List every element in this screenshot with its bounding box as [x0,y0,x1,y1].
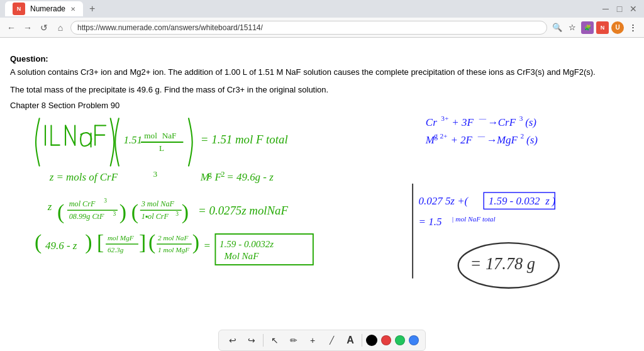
svg-text:3: 3 [104,198,107,204]
pen-tool-button[interactable]: ✏ [286,333,301,348]
home-button[interactable]: ⌂ [54,21,67,34]
svg-text:2+: 2+ [440,132,447,140]
forward-button[interactable]: → [21,21,34,34]
redo-button[interactable]: ↪ [244,333,259,348]
svg-text:—: — [479,114,487,122]
svg-text:): ) [192,230,199,254]
svg-text:3+: 3+ [441,114,448,122]
color-green[interactable] [395,335,405,345]
color-red[interactable] [381,335,391,345]
svg-line-4 [65,126,75,145]
undo-button[interactable]: ↩ [225,333,240,348]
tab-title: Numerade [30,4,65,13]
svg-text:): ) [182,200,189,224]
new-tab-button[interactable]: + [86,3,99,14]
text-tool-button[interactable]: A [343,333,358,348]
svg-text:): ) [119,200,126,224]
svg-text:Cr: Cr [426,116,437,128]
toolbar-separator-1 [263,334,264,347]
whiteboard-area[interactable]: 1.51 mol NaF L = 1.51 mol F total z = mo… [0,101,644,326]
svg-text:=: = [204,240,211,252]
add-tool-button[interactable]: + [305,333,320,348]
title-bar: N Numerade ✕ + ─ □ ✕ [0,0,644,18]
browser-tab[interactable]: N Numerade ✕ [5,1,83,16]
svg-text:z = mols of  CrF: z = mols of CrF [49,171,118,183]
svg-text:+ 3F: + 3F [452,116,474,128]
svg-text:NaF: NaF [162,131,177,140]
color-black[interactable] [366,335,377,346]
minimize-button[interactable]: ─ [600,3,611,14]
refresh-button[interactable]: ↺ [38,21,50,34]
eraser-tool-button[interactable]: ╱ [324,333,339,348]
svg-text:mol: mol [144,131,157,140]
svg-text:62.3g: 62.3g [108,246,124,254]
svg-text:1.51: 1.51 [123,134,142,146]
search-icon[interactable]: 🔍 [551,21,564,34]
svg-text:(s): (s) [526,134,538,146]
extensions-icon[interactable]: 🧩 [581,21,594,34]
close-button[interactable]: ✕ [628,3,639,14]
svg-text:3: 3 [519,114,523,122]
address-bar: ← → ↺ ⌂ 🔍 ☆ 🧩 N U ⋮ [0,18,644,38]
svg-text:[: [ [97,230,104,254]
svg-text:= 1.5: = 1.5 [419,216,442,228]
star-icon[interactable]: ☆ [566,21,579,34]
svg-text:| mol NaF total: | mol NaF total [452,215,495,223]
page-content: Question: A solution contains Cr3+ ion a… [0,38,644,351]
question-text-line1: A solution contains Cr3+ ion and Mg2+ io… [10,66,614,79]
svg-text:3: 3 [153,169,158,179]
svg-text:L: L [159,143,164,153]
tab-close-button[interactable]: ✕ [70,6,75,13]
svg-text:(: ( [57,200,64,224]
svg-text:0.027 5z +(: 0.027 5z +( [419,195,469,207]
svg-text:z: z [545,195,550,207]
drawing-toolbar: ↩ ↪ ↖ ✏ + ╱ A [218,330,426,351]
browser-toolbar-icons: 🔍 ☆ 🧩 N U ⋮ [551,21,639,34]
svg-text:Mol  NaF: Mol NaF [224,251,260,261]
svg-text:3 mol  NaF: 3 mol NaF [141,199,175,208]
svg-text:(: ( [148,230,155,254]
svg-text:—: — [477,132,486,140]
svg-text:z: z [47,201,52,213]
svg-text:→MgF: →MgF [486,134,518,146]
svg-text:+ 2F: + 2F [450,134,472,146]
bookmark-bar [10,44,634,54]
question-text-line2: The total mass of the precipitate is 49.… [10,84,614,96]
svg-text:(s): (s) [525,116,536,128]
favicon: N [13,3,25,15]
numerade-icon[interactable]: N [596,21,609,34]
svg-text:= 0.0275z  molNaF: = 0.0275z molNaF [198,204,288,217]
svg-text:= 17.78 g: = 17.78 g [470,255,535,274]
color-blue[interactable] [409,335,419,345]
svg-text:(: ( [35,230,42,254]
url-input[interactable] [70,21,547,35]
svg-text:g: g [208,169,212,179]
svg-text:2: 2 [221,169,225,179]
svg-text:1.59 - 0.0032z: 1.59 - 0.0032z [219,239,274,249]
svg-text:= 1.51 mol F  total: = 1.51 mol F total [201,133,288,146]
svg-text:(: ( [131,200,138,224]
back-button[interactable]: ← [5,21,18,34]
svg-text:]: ] [139,230,146,254]
svg-text:1.59 - 0.032: 1.59 - 0.032 [489,195,540,207]
svg-text:mol  CrF: mol CrF [69,199,96,208]
svg-text:1 mol MgF: 1 mol MgF [158,246,189,254]
svg-text:1▪ol  CrF: 1▪ol CrF [142,212,169,221]
svg-text:= 49.6g - z: = 49.6g - z [226,171,274,183]
svg-text:g: g [434,131,438,140]
maximize-button[interactable]: □ [614,3,625,14]
window-controls: ─ □ ✕ [600,3,639,14]
svg-text:2: 2 [521,132,525,140]
svg-text:08.99g  CtF: 08.99g CtF [69,212,104,221]
svg-text:mol  MgF: mol MgF [108,234,134,242]
menu-icon[interactable]: ⋮ [626,21,639,34]
svg-text:2 mol  NaF: 2 mol NaF [158,234,188,242]
user-avatar[interactable]: U [611,21,624,34]
svg-text:): ) [85,230,92,254]
cursor-tool-button[interactable]: ↖ [267,333,282,348]
svg-text:3: 3 [175,211,179,217]
svg-text:49.6 - z: 49.6 - z [45,240,77,252]
svg-text:→CrF: →CrF [487,116,516,128]
toolbar-separator-2 [362,334,362,347]
svg-text:3: 3 [113,211,116,217]
